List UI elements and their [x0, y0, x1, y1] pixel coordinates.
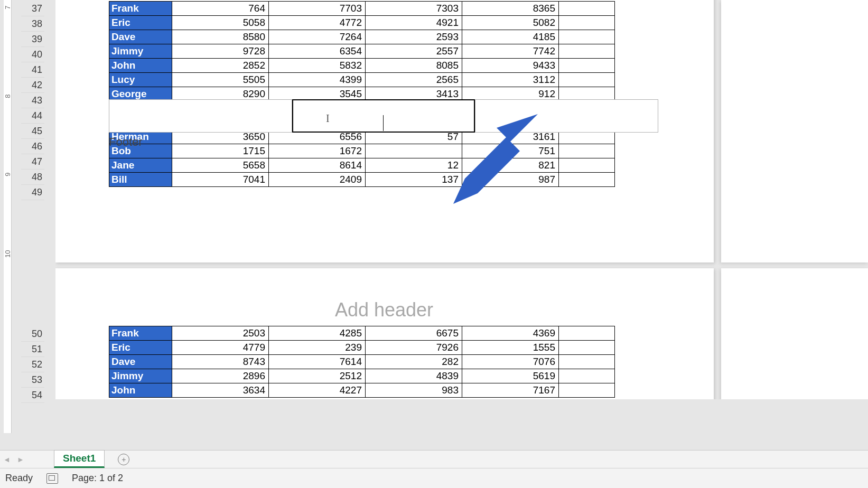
cell-value[interactable]: 4227: [269, 383, 366, 398]
add-sheet-button[interactable]: +: [114, 451, 133, 468]
cell-value[interactable]: 764: [172, 2, 269, 16]
add-header-prompt[interactable]: Add header: [109, 299, 659, 321]
row-header[interactable]: 42: [21, 78, 44, 93]
cell-empty[interactable]: [559, 341, 615, 355]
cell-empty[interactable]: [559, 73, 615, 87]
cell-value[interactable]: 8614: [269, 158, 366, 173]
tab-nav-next-icon[interactable]: ►: [14, 451, 27, 468]
cell-value[interactable]: 4399: [269, 73, 366, 87]
cell-name[interactable]: Dave: [109, 355, 172, 369]
cell-value[interactable]: 4839: [366, 369, 462, 383]
cell-empty[interactable]: [559, 173, 615, 187]
cell-value[interactable]: 4285: [269, 326, 366, 341]
footer-edit-area[interactable]: I: [109, 99, 658, 134]
row-header[interactable]: 38: [21, 16, 44, 32]
row-header[interactable]: 54: [21, 388, 44, 403]
cell-empty[interactable]: [559, 383, 615, 398]
cell-value[interactable]: 2409: [269, 173, 366, 187]
cell-value[interactable]: 12: [366, 158, 462, 173]
cell-value[interactable]: 5832: [269, 59, 366, 73]
table-row[interactable]: Frank764770373038365: [109, 2, 615, 16]
cell-value[interactable]: 7703: [269, 2, 366, 16]
cell-name[interactable]: Frank: [109, 2, 172, 16]
cell-value[interactable]: 9433: [462, 59, 559, 73]
cell-value[interactable]: 9728: [172, 44, 269, 59]
cell-value[interactable]: 2512: [269, 369, 366, 383]
cell-empty[interactable]: [559, 16, 615, 30]
table-row[interactable]: John363442279837167: [109, 383, 615, 398]
row-header[interactable]: 40: [21, 47, 44, 62]
row-header[interactable]: 46: [21, 139, 44, 154]
cell-empty[interactable]: [559, 326, 615, 341]
cell-name[interactable]: Jimmy: [109, 369, 172, 383]
table-row[interactable]: Eric477923979261555: [109, 341, 615, 355]
cell-name[interactable]: John: [109, 59, 172, 73]
cell-value[interactable]: 3634: [172, 383, 269, 398]
cell-value[interactable]: 4369: [462, 326, 559, 341]
cell-value[interactable]: 7742: [462, 44, 559, 59]
cell-value[interactable]: 1715: [172, 144, 269, 158]
row-header[interactable]: 47: [21, 154, 44, 170]
cell-name[interactable]: Dave: [109, 30, 172, 44]
cell-value[interactable]: 7303: [366, 2, 462, 16]
row-header[interactable]: 41: [21, 62, 44, 78]
cell-value[interactable]: 2557: [366, 44, 462, 59]
cell-empty[interactable]: [559, 158, 615, 173]
cell-value[interactable]: 4921: [366, 16, 462, 30]
cell-value[interactable]: 983: [366, 383, 462, 398]
row-header[interactable]: 37: [21, 1, 44, 16]
footer-section-center[interactable]: [292, 99, 475, 133]
table-row[interactable]: Frank2503428566754369: [109, 326, 615, 341]
cell-value[interactable]: 7076: [462, 355, 559, 369]
table-row[interactable]: Eric5058477249215082: [109, 16, 615, 30]
cell-value[interactable]: 7041: [172, 173, 269, 187]
cell-value[interactable]: 7167: [462, 383, 559, 398]
cell-value[interactable]: 7264: [269, 30, 366, 44]
cell-value[interactable]: 2896: [172, 369, 269, 383]
cell-value[interactable]: 2852: [172, 59, 269, 73]
cell-name[interactable]: Eric: [109, 16, 172, 30]
row-header[interactable]: 49: [21, 185, 44, 200]
table-row[interactable]: Lucy5505439925653112: [109, 73, 615, 87]
cell-value[interactable]: 8580: [172, 30, 269, 44]
tab-nav-prev-icon[interactable]: ◄: [0, 451, 14, 468]
cell-name[interactable]: John: [109, 383, 172, 398]
cell-value[interactable]: 5619: [462, 369, 559, 383]
row-header[interactable]: 52: [21, 357, 44, 372]
row-header[interactable]: 39: [21, 32, 44, 47]
cell-value[interactable]: 6354: [269, 44, 366, 59]
cell-value[interactable]: 5505: [172, 73, 269, 87]
table-row[interactable]: Dave874376142827076: [109, 355, 615, 369]
cell-empty[interactable]: [559, 2, 615, 16]
row-header[interactable]: 53: [21, 372, 44, 388]
cell-name[interactable]: Eric: [109, 341, 172, 355]
cell-empty[interactable]: [559, 369, 615, 383]
cell-value[interactable]: 4779: [172, 341, 269, 355]
cell-value[interactable]: 1672: [269, 144, 366, 158]
macro-record-icon[interactable]: [46, 473, 58, 484]
sheet-tab-active[interactable]: Sheet1: [54, 450, 105, 468]
cell-value[interactable]: [366, 144, 462, 158]
cell-name[interactable]: Jimmy: [109, 44, 172, 59]
data-table-bottom[interactable]: Frank2503428566754369Eric477923979261555…: [109, 326, 615, 398]
cell-empty[interactable]: [559, 30, 615, 44]
cell-value[interactable]: 8743: [172, 355, 269, 369]
cell-value[interactable]: 7614: [269, 355, 366, 369]
cell-empty[interactable]: [559, 355, 615, 369]
row-header[interactable]: 51: [21, 342, 44, 357]
cell-value[interactable]: 8085: [366, 59, 462, 73]
cell-value[interactable]: 3112: [462, 73, 559, 87]
cell-value[interactable]: 239: [269, 341, 366, 355]
cell-name[interactable]: Bill: [109, 173, 172, 187]
cell-value[interactable]: 8365: [462, 2, 559, 16]
cell-value[interactable]: 5082: [462, 16, 559, 30]
cell-value[interactable]: 6675: [366, 326, 462, 341]
table-row[interactable]: Jimmy2896251248395619: [109, 369, 615, 383]
row-header[interactable]: 43: [21, 93, 44, 108]
table-row[interactable]: Dave8580726425934185: [109, 30, 615, 44]
cell-value[interactable]: 2503: [172, 326, 269, 341]
cell-value[interactable]: 7926: [366, 341, 462, 355]
cell-name[interactable]: Lucy: [109, 73, 172, 87]
cell-name[interactable]: Jane: [109, 158, 172, 173]
cell-name[interactable]: Frank: [109, 326, 172, 341]
